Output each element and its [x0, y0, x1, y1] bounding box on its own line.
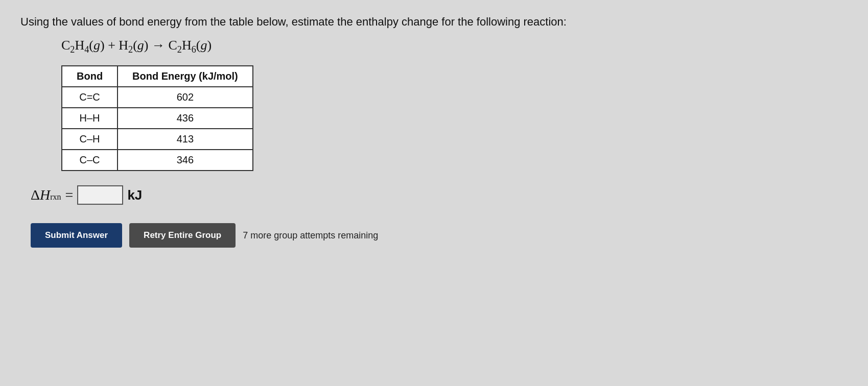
attempts-remaining-text: 7 more group attempts remaining [243, 230, 378, 241]
table-header-bond: Bond [62, 66, 118, 87]
table-row: H–H 436 [62, 108, 253, 129]
table-row: C–H 413 [62, 129, 253, 150]
question-text: Using the values of bond energy from the… [20, 15, 848, 29]
energy-cc-single: 346 [118, 150, 253, 171]
enthalpy-label: ΔHrxn [31, 187, 61, 203]
bond-cc-single: C–C [62, 150, 118, 171]
energy-ch: 413 [118, 129, 253, 150]
submit-answer-button[interactable]: Submit Answer [31, 223, 122, 248]
table-row: C=C 602 [62, 87, 253, 108]
enthalpy-row: ΔHrxn = kJ [31, 185, 848, 205]
bond-cc-double: C=C [62, 87, 118, 108]
energy-hh: 436 [118, 108, 253, 129]
buttons-row: Submit Answer Retry Entire Group 7 more … [31, 223, 848, 248]
equals-sign: = [65, 187, 74, 203]
table-header-energy: Bond Energy (kJ/mol) [118, 66, 253, 87]
bond-ch: C–H [62, 129, 118, 150]
reaction-equation: C2H4(g) + H2(g) → C2H6(g) [61, 38, 848, 55]
bond-energy-table: Bond Bond Energy (kJ/mol) C=C 602 H–H 43… [61, 65, 253, 171]
table-row: C–C 346 [62, 150, 253, 171]
enthalpy-unit: kJ [127, 187, 142, 203]
energy-cc-double: 602 [118, 87, 253, 108]
enthalpy-input[interactable] [77, 185, 123, 205]
bond-hh: H–H [62, 108, 118, 129]
retry-entire-group-button[interactable]: Retry Entire Group [129, 223, 236, 248]
